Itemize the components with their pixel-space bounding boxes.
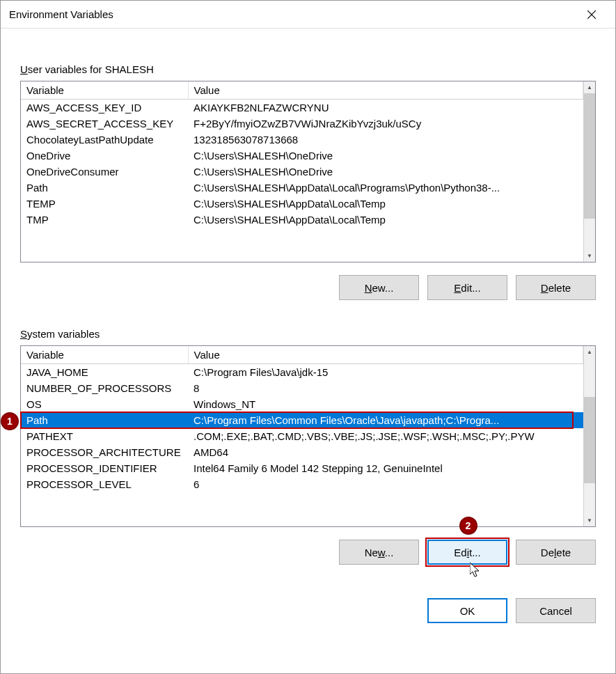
cell-variable: TMP <box>21 212 188 228</box>
cell-variable: JAVA_HOME <box>21 364 188 381</box>
column-header-variable[interactable]: Variable <box>21 81 188 100</box>
system-variables-group: System variables Variable Value JAVA_HOM… <box>20 328 596 565</box>
table-row[interactable]: TMPC:\Users\SHALESH\AppData\Local\Temp <box>21 212 583 228</box>
scroll-up-icon[interactable]: ▲ <box>584 346 595 358</box>
cell-variable: AWS_ACCESS_KEY_ID <box>21 100 188 116</box>
dialog-bottom-buttons: OK Cancel <box>20 598 596 623</box>
cell-variable: Path <box>21 180 188 196</box>
cell-value: C:\Users\SHALESH\OneDrive <box>188 164 583 180</box>
annotation-callout-1: 1 <box>1 412 19 430</box>
table-row[interactable]: OSWindows_NT <box>21 396 583 412</box>
cell-value: Intel64 Family 6 Model 142 Stepping 12, … <box>188 460 583 476</box>
user-variables-table-container: Variable Value AWS_ACCESS_KEY_IDAKIAYKFB… <box>20 81 596 262</box>
table-row[interactable]: PROCESSOR_ARCHITECTUREAMD64 <box>21 444 583 460</box>
user-variables-table: Variable Value AWS_ACCESS_KEY_IDAKIAYKFB… <box>21 81 583 228</box>
scroll-thumb[interactable] <box>584 397 595 483</box>
user-new-button[interactable]: New... <box>339 275 419 300</box>
user-variables-label: User variables for SHALESH <box>20 63 596 75</box>
scroll-thumb[interactable] <box>584 93 595 219</box>
table-row[interactable]: OneDriveC:\Users\SHALESH\OneDrive <box>21 148 583 164</box>
system-delete-button[interactable]: Delete <box>516 540 596 565</box>
user-scrollbar[interactable]: ▲ ▼ <box>583 81 595 262</box>
column-header-variable[interactable]: Variable <box>21 346 188 364</box>
table-row[interactable]: NUMBER_OF_PROCESSORS8 <box>21 380 583 396</box>
user-edit-button[interactable]: Edit... <box>427 275 507 300</box>
cell-value: 6 <box>188 476 583 492</box>
dialog-content: User variables for SHALESH Variable Valu… <box>1 29 615 643</box>
table-row[interactable]: TEMPC:\Users\SHALESH\AppData\Local\Temp <box>21 196 583 212</box>
table-row[interactable]: PROCESSOR_LEVEL6 <box>21 476 583 492</box>
scroll-track[interactable] <box>584 358 595 515</box>
cell-variable: AWS_SECRET_ACCESS_KEY <box>21 116 188 132</box>
close-icon <box>587 10 596 19</box>
column-header-value[interactable]: Value <box>188 81 583 100</box>
cell-value: .COM;.EXE;.BAT;.CMD;.VBS;.VBE;.JS;.JSE;.… <box>188 428 583 444</box>
user-buttons-row: New... Edit... Delete <box>20 275 596 300</box>
cell-value: C:\Users\SHALESH\AppData\Local\Programs\… <box>188 180 583 196</box>
environment-variables-dialog: Environment Variables User variables for… <box>0 0 616 674</box>
cell-value: 8 <box>188 380 583 396</box>
user-variables-table-scroll[interactable]: Variable Value AWS_ACCESS_KEY_IDAKIAYKFB… <box>21 81 583 262</box>
cell-variable: PATHEXT <box>21 428 188 444</box>
table-row[interactable]: OneDriveConsumerC:\Users\SHALESH\OneDriv… <box>21 164 583 180</box>
system-variables-table-container: Variable Value JAVA_HOMEC:\Program Files… <box>20 345 596 527</box>
table-row[interactable]: PathC:\Users\SHALESH\AppData\Local\Progr… <box>21 180 583 196</box>
user-delete-button[interactable]: Delete <box>516 275 596 300</box>
close-button[interactable] <box>576 4 607 25</box>
table-row[interactable]: AWS_ACCESS_KEY_IDAKIAYKFB2NLFAZWCRYNU <box>21 100 583 116</box>
cell-variable: OneDrive <box>21 148 188 164</box>
cell-value: C:\Users\SHALESH\AppData\Local\Temp <box>188 212 583 228</box>
cell-variable: ChocolateyLastPathUpdate <box>21 132 188 148</box>
system-buttons-row: New... Edit... Delete <box>20 540 596 565</box>
cell-variable: Path <box>21 412 188 428</box>
cell-value: C:\Users\SHALESH\OneDrive <box>188 148 583 164</box>
table-row[interactable]: PathC:\Program Files\Common Files\Oracle… <box>21 412 583 428</box>
scroll-down-icon[interactable]: ▼ <box>584 250 595 262</box>
column-header-value[interactable]: Value <box>188 346 583 364</box>
ok-button[interactable]: OK <box>427 598 507 623</box>
system-scrollbar[interactable]: ▲ ▼ <box>583 346 595 526</box>
table-row[interactable]: PATHEXT.COM;.EXE;.BAT;.CMD;.VBS;.VBE;.JS… <box>21 428 583 444</box>
cell-value: Windows_NT <box>188 396 583 412</box>
user-variables-group: User variables for SHALESH Variable Valu… <box>20 63 596 300</box>
cell-variable: PROCESSOR_IDENTIFIER <box>21 460 188 476</box>
system-variables-label: System variables <box>20 328 596 340</box>
scroll-down-icon[interactable]: ▼ <box>584 515 595 526</box>
cell-value: F+2ByY/fmyiOZwZB7VWiJNraZKibYvzj3uk/uSCy <box>188 116 583 132</box>
system-edit-button[interactable]: Edit... <box>427 540 507 565</box>
scroll-up-icon[interactable]: ▲ <box>584 81 595 93</box>
cell-value: AMD64 <box>188 444 583 460</box>
dialog-title: Environment Variables <box>9 8 576 20</box>
cancel-button[interactable]: Cancel <box>516 598 596 623</box>
annotation-callout-2: 2 <box>459 517 477 535</box>
table-row[interactable]: AWS_SECRET_ACCESS_KEYF+2ByY/fmyiOZwZB7VW… <box>21 116 583 132</box>
scroll-track[interactable] <box>584 93 595 250</box>
table-row[interactable]: ChocolateyLastPathUpdate1323185630787136… <box>21 132 583 148</box>
cell-variable: OS <box>21 396 188 412</box>
cell-variable: PROCESSOR_ARCHITECTURE <box>21 444 188 460</box>
cell-variable: NUMBER_OF_PROCESSORS <box>21 380 188 396</box>
cell-value: 132318563078713668 <box>188 132 583 148</box>
cell-value: AKIAYKFB2NLFAZWCRYNU <box>188 100 583 116</box>
titlebar: Environment Variables <box>1 1 615 29</box>
system-variables-table-scroll[interactable]: Variable Value JAVA_HOMEC:\Program Files… <box>21 346 583 526</box>
table-row[interactable]: PROCESSOR_IDENTIFIERIntel64 Family 6 Mod… <box>21 460 583 476</box>
cell-variable: OneDriveConsumer <box>21 164 188 180</box>
cell-variable: PROCESSOR_LEVEL <box>21 476 188 492</box>
cell-value: C:\Program Files\Common Files\Oracle\Jav… <box>188 412 583 428</box>
cell-variable: TEMP <box>21 196 188 212</box>
cell-value: C:\Users\SHALESH\AppData\Local\Temp <box>188 196 583 212</box>
cell-value: C:\Program Files\Java\jdk-15 <box>188 364 583 381</box>
system-variables-table: Variable Value JAVA_HOMEC:\Program Files… <box>21 346 583 492</box>
system-new-button[interactable]: New... <box>339 540 419 565</box>
table-row[interactable]: JAVA_HOMEC:\Program Files\Java\jdk-15 <box>21 364 583 381</box>
